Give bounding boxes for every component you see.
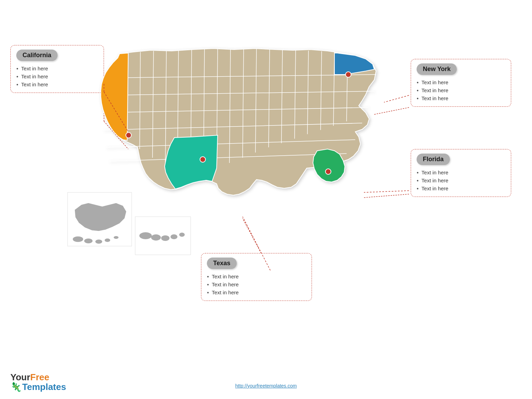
footer-url[interactable]: http://yourfreetemplates.com (235, 383, 297, 389)
svg-point-31 (200, 157, 206, 162)
florida-title: Florida (423, 156, 444, 163)
florida-box: Florida Text in here Text in here Text i… (411, 149, 511, 197)
florida-item-1: Text in here (417, 168, 505, 176)
florida-list: Text in here Text in here Text in here (417, 168, 505, 192)
newyork-item-3: Text in here (417, 94, 505, 102)
svg-point-34 (73, 236, 83, 242)
newyork-title: New York (423, 66, 451, 72)
svg-point-44 (179, 233, 185, 237)
svg-point-29 (126, 132, 131, 138)
newyork-box: New York Text in here Text in here Text … (411, 59, 511, 107)
footer-logo: Your Free 🦎 Templates (10, 372, 66, 392)
florida-item-2: Text in here (417, 176, 505, 184)
florida-title-pill: Florida (417, 154, 450, 165)
svg-point-32 (325, 169, 331, 174)
newyork-list: Text in here Text in here Text in here (417, 78, 505, 102)
svg-point-42 (161, 235, 169, 241)
svg-point-38 (114, 236, 119, 239)
texas-item-2: Text in here (207, 280, 306, 288)
logo-free: Free (30, 372, 49, 382)
newyork-item-1: Text in here (417, 78, 505, 86)
texas-item-3: Text in here (207, 288, 306, 296)
texas-item-1: Text in here (207, 272, 306, 280)
svg-point-36 (95, 240, 102, 244)
logo-your: Your (10, 372, 30, 382)
svg-point-30 (346, 72, 351, 77)
usa-map (64, 40, 383, 262)
svg-point-41 (151, 234, 161, 241)
newyork-title-pill: New York (417, 63, 457, 75)
california-title-pill: California (16, 50, 58, 61)
california-title: California (23, 52, 51, 59)
svg-line-47 (384, 95, 409, 102)
texas-list: Text in here Text in here Text in here (207, 272, 306, 296)
newyork-item-2: Text in here (417, 86, 505, 94)
svg-point-43 (171, 234, 177, 239)
svg-point-35 (84, 238, 93, 243)
florida-item-3: Text in here (417, 184, 505, 192)
svg-point-37 (105, 238, 110, 242)
svg-point-40 (139, 232, 152, 239)
logo-templates: Templates (22, 382, 66, 392)
